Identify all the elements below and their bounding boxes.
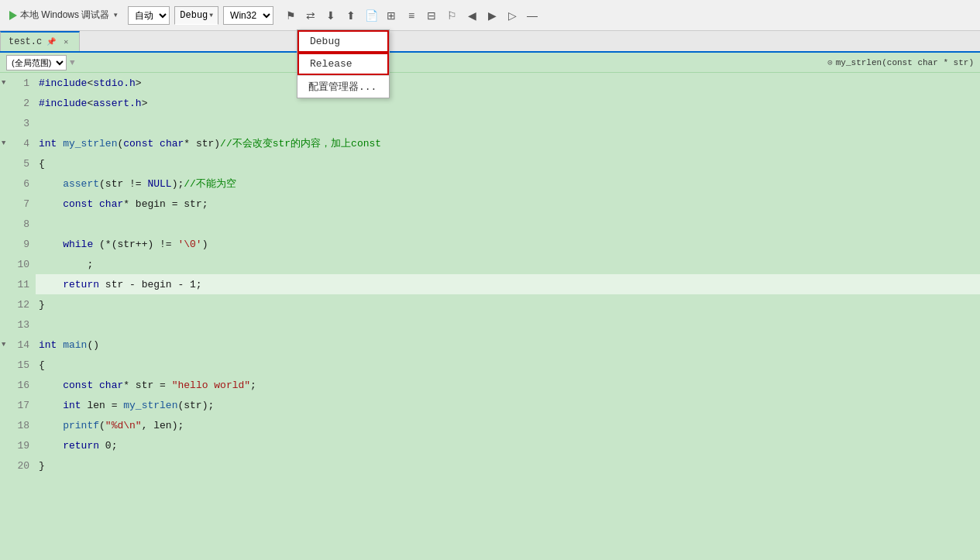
line-num-14: ▼ 14 xyxy=(0,335,36,355)
line-num-10: 10 xyxy=(0,254,36,274)
nav-bar: (全局范围) ▼ ⊙ my_strlen(const char * str) xyxy=(0,53,980,73)
play-button[interactable]: 本地 Windows 调试器 ▼ xyxy=(5,6,123,24)
line-num-20: 20 xyxy=(0,455,36,476)
step-into-btn[interactable]: ⬇ xyxy=(322,6,340,25)
code-line-18: printf("%d\n", len); xyxy=(36,415,980,435)
auto-select[interactable]: 自动 xyxy=(128,6,170,25)
toolbar-icons: ⚑ ⇄ ⬇ ⬆ 📄 ⊞ ≡ ⊟ ⚐ ◀ ▶ ▷ — xyxy=(281,6,542,25)
line-num-4: ▼ 4 xyxy=(0,133,36,153)
code-line-15: { xyxy=(36,355,980,375)
line-num-2: 2 xyxy=(0,93,36,113)
step-over-btn[interactable]: ⇄ xyxy=(301,6,320,25)
debugger-label: 本地 Windows 调试器 xyxy=(20,9,109,22)
platform-select[interactable]: Win32 xyxy=(223,6,273,25)
code-content: #include<stdio.h> #include<assert.h> int… xyxy=(36,73,980,560)
code-line-11: return str - begin - 1; xyxy=(36,274,980,294)
debug-dropdown-menu: Debug Release 配置管理器... xyxy=(297,29,390,98)
line-num-15: 15 xyxy=(0,355,36,375)
code-line-6: assert(str != NULL);//不能为空 xyxy=(36,173,980,194)
align-btn[interactable]: ≡ xyxy=(402,6,421,25)
tab-close-icon[interactable]: ✕ xyxy=(60,36,71,47)
collapse-4[interactable]: ▼ xyxy=(2,139,5,147)
function-label: my_strlen(const char * str) xyxy=(836,58,974,67)
more-btn[interactable]: ▷ xyxy=(503,6,521,25)
debug-label: Debug xyxy=(180,10,208,21)
line-num-5: 5 xyxy=(0,153,36,173)
line-num-1: ▼ 1 xyxy=(0,73,36,93)
code-line-20: } xyxy=(36,455,980,476)
dropdown-release-label: Release xyxy=(310,58,352,70)
columns-btn[interactable]: ⊞ xyxy=(382,6,401,25)
debugger-chevron: ▼ xyxy=(112,12,119,19)
code-line-3 xyxy=(36,113,980,133)
tab-pin-icon[interactable]: 📌 xyxy=(46,37,56,46)
nav-separator: ▼ xyxy=(70,58,75,67)
line-num-8: 8 xyxy=(0,214,36,234)
code-line-17: int len = my_strlen(str); xyxy=(36,395,980,415)
line-num-9: 9 xyxy=(0,234,36,254)
dropdown-item-release[interactable]: Release xyxy=(297,53,389,75)
code-container: ▼ 1 2 3 ▼ 4 5 6 7 8 9 10 11 12 13 ▼ 14 1… xyxy=(0,73,980,560)
prev-btn[interactable]: ◀ xyxy=(462,6,481,25)
line-num-13: 13 xyxy=(0,314,36,335)
line-num-17: 17 xyxy=(0,395,36,415)
scope-select[interactable]: (全局范围) xyxy=(6,55,67,70)
bookmark-icon-btn[interactable]: ⚑ xyxy=(281,6,300,25)
tab-label: test.c xyxy=(9,36,42,47)
tab-bar: test.c 📌 ✕ xyxy=(0,31,980,53)
line-num-11: 11 xyxy=(0,274,36,294)
line-numbers: ▼ 1 2 3 ▼ 4 5 6 7 8 9 10 11 12 13 ▼ 14 1… xyxy=(0,73,36,560)
code-line-1: #include<stdio.h> xyxy=(36,73,980,93)
play-icon xyxy=(9,11,17,20)
code-line-8 xyxy=(36,214,980,234)
align2-btn[interactable]: ⊟ xyxy=(422,6,441,25)
toolbar: 本地 Windows 调试器 ▼ 自动 Debug ▼ Win32 ⚑ ⇄ ⬇ … xyxy=(0,0,980,31)
code-line-16: const char* str = "hello world"; xyxy=(36,375,980,395)
next-btn[interactable]: ▶ xyxy=(483,6,501,25)
code-line-13 xyxy=(36,314,980,335)
code-line-14: int main() xyxy=(36,335,980,355)
tab-test-c[interactable]: test.c 📌 ✕ xyxy=(0,31,80,51)
code-line-19: return 0; xyxy=(36,435,980,455)
dropdown-item-config[interactable]: 配置管理器... xyxy=(297,75,389,98)
function-icon: ⊙ xyxy=(827,57,833,67)
flag-btn[interactable]: ⚐ xyxy=(442,6,461,25)
collapse-14[interactable]: ▼ xyxy=(2,341,5,349)
dropdown-debug-label: Debug xyxy=(310,36,340,47)
line-num-12: 12 xyxy=(0,294,36,314)
extra-btn[interactable]: — xyxy=(523,6,542,25)
collapse-1[interactable]: ▼ xyxy=(2,79,5,87)
line-num-18: 18 xyxy=(0,415,36,435)
line-num-7: 7 xyxy=(0,194,36,214)
code-line-4: int my_strlen(const char* str)//不会改变str的… xyxy=(36,133,980,153)
code-line-10: ; xyxy=(36,254,980,274)
code-line-9: while (*(str++) != '\0') xyxy=(36,234,980,254)
line-num-3: 3 xyxy=(0,113,36,133)
step-out-btn[interactable]: ⬆ xyxy=(342,6,360,25)
debug-dropdown-button[interactable]: Debug ▼ xyxy=(174,6,218,25)
dropdown-item-debug[interactable]: Debug xyxy=(297,30,389,53)
new-file-btn[interactable]: 📄 xyxy=(362,6,380,25)
code-line-7: const char* begin = str; xyxy=(36,194,980,214)
code-line-2: #include<assert.h> xyxy=(36,93,980,113)
line-num-16: 16 xyxy=(0,375,36,395)
line-num-6: 6 xyxy=(0,173,36,194)
code-line-12: } xyxy=(36,294,980,314)
dropdown-config-label: 配置管理器... xyxy=(308,80,377,94)
code-line-5: { xyxy=(36,153,980,173)
debug-chevron: ▼ xyxy=(209,12,213,19)
line-num-19: 19 xyxy=(0,435,36,455)
